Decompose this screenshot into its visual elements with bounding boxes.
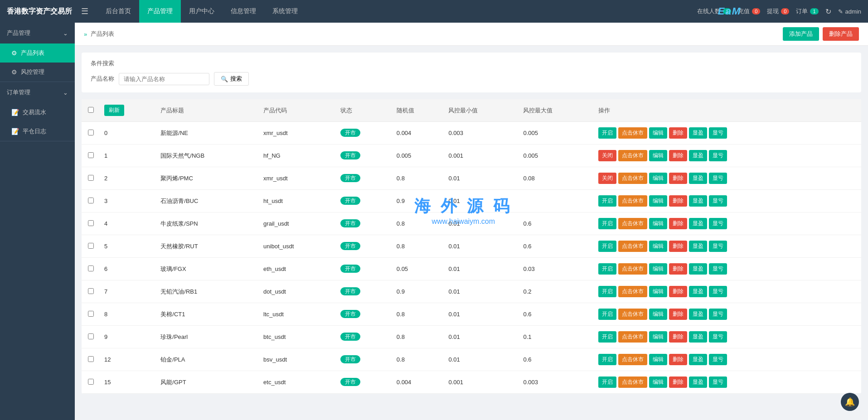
row-checkbox[interactable]: [88, 243, 94, 249]
show-short-button[interactable]: 显亏: [709, 150, 727, 161]
suspend-button[interactable]: 点击休市: [618, 286, 647, 297]
delete-product-button[interactable]: 删除产品: [823, 27, 859, 41]
search-button[interactable]: 🔍 搜索: [214, 72, 249, 86]
delete-row-button[interactable]: 删除: [669, 173, 687, 184]
delete-row-button[interactable]: 删除: [669, 241, 687, 252]
admin-menu[interactable]: ✎ admin: [838, 8, 861, 15]
suspend-button[interactable]: 点击休市: [618, 241, 647, 252]
suspend-button[interactable]: 点击休市: [618, 354, 647, 365]
edit-button[interactable]: 编辑: [649, 354, 667, 365]
suspend-button[interactable]: 点击休市: [618, 218, 647, 229]
show-short-button[interactable]: 显亏: [709, 309, 727, 320]
refresh-icon[interactable]: ↻: [825, 7, 831, 16]
show-long-button[interactable]: 显盈: [689, 150, 707, 161]
open-close-button[interactable]: 开启: [598, 127, 616, 139]
delete-row-button[interactable]: 删除: [669, 150, 687, 161]
edit-button[interactable]: 编辑: [649, 377, 667, 388]
open-close-button[interactable]: 关闭: [598, 150, 616, 161]
menu-icon[interactable]: ☰: [81, 6, 88, 16]
show-short-button[interactable]: 显亏: [709, 127, 727, 139]
show-short-button[interactable]: 显亏: [709, 377, 727, 388]
nav-item-product[interactable]: 产品管理: [139, 0, 181, 23]
show-short-button[interactable]: 显亏: [709, 286, 727, 297]
show-short-button[interactable]: 显亏: [709, 354, 727, 365]
suspend-button[interactable]: 点击休市: [618, 195, 647, 207]
edit-button[interactable]: 编辑: [649, 263, 667, 275]
edit-button[interactable]: 编辑: [649, 195, 667, 207]
edit-button[interactable]: 编辑: [649, 286, 667, 297]
suspend-button[interactable]: 点击休市: [618, 309, 647, 320]
nav-item-home[interactable]: 后台首页: [97, 0, 139, 23]
open-close-button[interactable]: 开启: [598, 218, 616, 229]
open-close-button[interactable]: 开启: [598, 377, 616, 388]
suspend-button[interactable]: 点击休市: [618, 127, 647, 139]
row-checkbox[interactable]: [88, 356, 94, 362]
edit-button[interactable]: 编辑: [649, 241, 667, 252]
row-checkbox[interactable]: [88, 130, 94, 135]
row-checkbox[interactable]: [88, 175, 94, 181]
show-short-button[interactable]: 显亏: [709, 241, 727, 252]
show-short-button[interactable]: 显亏: [709, 263, 727, 275]
sidebar-item-trade-flow[interactable]: 📝 交易流水: [0, 103, 75, 122]
row-checkbox[interactable]: [88, 198, 94, 203]
show-short-button[interactable]: 显亏: [709, 195, 727, 207]
nav-item-info[interactable]: 信息管理: [223, 0, 264, 23]
open-close-button[interactable]: 关闭: [598, 173, 616, 184]
delete-row-button[interactable]: 删除: [669, 286, 687, 297]
sidebar-group-product-header[interactable]: 产品管理 ⌄: [0, 23, 75, 43]
edit-button[interactable]: 编辑: [649, 309, 667, 320]
open-close-button[interactable]: 开启: [598, 309, 616, 320]
edit-button[interactable]: 编辑: [649, 331, 667, 343]
show-long-button[interactable]: 显盈: [689, 377, 707, 388]
row-checkbox[interactable]: [88, 379, 94, 385]
delete-row-button[interactable]: 删除: [669, 309, 687, 320]
row-checkbox[interactable]: [88, 311, 94, 317]
delete-row-button[interactable]: 删除: [669, 331, 687, 343]
nav-item-user[interactable]: 用户中心: [181, 0, 223, 23]
edit-button[interactable]: 编辑: [649, 127, 667, 139]
notification-float-button[interactable]: 🔔: [841, 393, 859, 411]
suspend-button[interactable]: 点击休市: [618, 331, 647, 343]
sidebar-item-close-log[interactable]: 📝 平仓日志: [0, 122, 75, 141]
search-input[interactable]: [119, 73, 209, 85]
edit-button[interactable]: 编辑: [649, 150, 667, 161]
row-checkbox[interactable]: [88, 152, 94, 158]
select-all-checkbox[interactable]: [88, 107, 94, 113]
show-long-button[interactable]: 显盈: [689, 286, 707, 297]
delete-row-button[interactable]: 删除: [669, 195, 687, 207]
delete-row-button[interactable]: 删除: [669, 218, 687, 229]
delete-row-button[interactable]: 删除: [669, 263, 687, 275]
show-long-button[interactable]: 显盈: [689, 127, 707, 139]
row-checkbox[interactable]: [88, 266, 94, 271]
edit-button[interactable]: 编辑: [649, 218, 667, 229]
open-close-button[interactable]: 开启: [598, 195, 616, 207]
show-long-button[interactable]: 显盈: [689, 241, 707, 252]
show-long-button[interactable]: 显盈: [689, 331, 707, 343]
refresh-table-button[interactable]: 刷新: [104, 105, 124, 116]
show-long-button[interactable]: 显盈: [689, 309, 707, 320]
open-close-button[interactable]: 开启: [598, 241, 616, 252]
suspend-button[interactable]: 点击休市: [618, 173, 647, 184]
suspend-button[interactable]: 点击休市: [618, 377, 647, 388]
show-long-button[interactable]: 显盈: [689, 263, 707, 275]
edit-button[interactable]: 编辑: [649, 173, 667, 184]
sidebar-item-risk-control[interactable]: ⚙ 风控管理: [0, 63, 75, 82]
open-close-button[interactable]: 开启: [598, 354, 616, 365]
nav-item-system[interactable]: 系统管理: [264, 0, 306, 23]
open-close-button[interactable]: 开启: [598, 263, 616, 275]
row-checkbox[interactable]: [88, 333, 94, 339]
add-product-button[interactable]: 添加产品: [783, 27, 819, 41]
sidebar-item-product-list[interactable]: ⚙ 产品列表: [0, 43, 75, 63]
show-long-button[interactable]: 显盈: [689, 173, 707, 184]
row-checkbox[interactable]: [88, 288, 94, 294]
open-close-button[interactable]: 开启: [598, 286, 616, 297]
sidebar-group-order-header[interactable]: 订单管理 ⌄: [0, 82, 75, 103]
delete-row-button[interactable]: 删除: [669, 354, 687, 365]
suspend-button[interactable]: 点击休市: [618, 150, 647, 161]
show-short-button[interactable]: 显亏: [709, 173, 727, 184]
show-short-button[interactable]: 显亏: [709, 218, 727, 229]
open-close-button[interactable]: 开启: [598, 331, 616, 343]
suspend-button[interactable]: 点击休市: [618, 263, 647, 275]
show-long-button[interactable]: 显盈: [689, 354, 707, 365]
row-checkbox[interactable]: [88, 220, 94, 226]
